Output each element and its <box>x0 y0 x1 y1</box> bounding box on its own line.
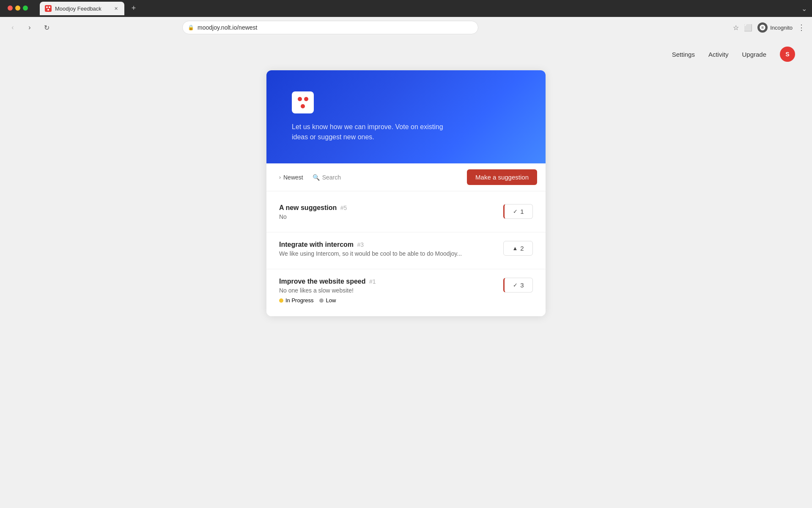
vote-count-3: 3 <box>520 282 524 289</box>
user-avatar[interactable]: S <box>780 47 795 62</box>
suggestions-list: A new suggestion #5 No ✓ 1 Integrate wit… <box>266 191 546 316</box>
search-button[interactable]: 🔍 Search <box>307 171 346 183</box>
make-suggestion-button[interactable]: Make a suggestion <box>467 169 537 185</box>
browser-menu-button[interactable]: ⌄ <box>800 3 809 14</box>
bookmark-icon[interactable]: ☆ <box>733 24 739 32</box>
inprogress-label: In Progress <box>285 297 313 304</box>
settings-link[interactable]: Settings <box>672 51 695 58</box>
url-text: moodjoy.nolt.io/newest <box>198 24 473 31</box>
suggestion-desc-1: No <box>279 213 495 220</box>
sort-button[interactable]: › Newest <box>275 171 307 183</box>
main-card: Let us know how we can improve. Vote on … <box>266 70 546 316</box>
top-nav: Settings Activity Upgrade S <box>0 38 812 70</box>
suggestion-num-2: #3 <box>357 241 364 248</box>
vote-button-3[interactable]: ✓ 3 <box>503 278 533 293</box>
upgrade-link[interactable]: Upgrade <box>742 51 766 58</box>
suggestions-toolbar: › Newest 🔍 Search Make a suggestion <box>266 163 546 191</box>
vote-button-1[interactable]: ✓ 1 <box>503 204 533 219</box>
vote-icon-3: ✓ <box>513 282 518 288</box>
suggestion-desc-3: No one likes a slow website! <box>279 287 495 294</box>
activity-link[interactable]: Activity <box>708 51 729 58</box>
logo-dot-3 <box>301 104 305 108</box>
browser-tab[interactable]: Moodjoy Feedback ✕ <box>40 2 124 15</box>
address-bar-actions: ☆ ⬜ Incognito ⋮ <box>733 22 805 33</box>
account-button[interactable]: Incognito <box>757 22 793 33</box>
low-label: Low <box>326 297 336 304</box>
close-window-button[interactable] <box>8 6 13 11</box>
address-bar: ‹ › ↻ 🔒 moodjoy.nolt.io/newest ☆ ⬜ Incog… <box>0 17 812 38</box>
search-icon: 🔍 <box>313 174 320 181</box>
tab-favicon <box>45 5 52 12</box>
suggestion-desc-2: We like using Intercom, so it would be c… <box>279 250 495 257</box>
sort-label: Newest <box>283 174 303 181</box>
minimize-window-button[interactable] <box>15 6 20 11</box>
low-dot <box>319 298 324 303</box>
logo-dot-2 <box>304 97 308 101</box>
reload-button[interactable]: ↻ <box>41 22 52 33</box>
suggestion-content-1: A new suggestion #5 No <box>279 204 495 224</box>
suggestion-item-1: A new suggestion #5 No ✓ 1 <box>266 196 546 232</box>
page-content: Settings Activity Upgrade S Let us know … <box>0 38 812 508</box>
hero-banner: Let us know how we can improve. Vote on … <box>266 70 546 163</box>
vote-icon-1: ✓ <box>513 208 518 215</box>
suggestion-num-3: #1 <box>369 278 376 285</box>
vote-button-2[interactable]: ▲ 2 <box>503 241 533 256</box>
suggestion-title-3[interactable]: Improve the website speed #1 <box>279 278 495 285</box>
new-tab-button[interactable]: + <box>128 2 140 14</box>
hero-logo <box>292 91 314 113</box>
suggestion-meta-3: In Progress Low <box>279 297 495 304</box>
inprogress-dot <box>279 298 283 303</box>
tab-bar: Moodjoy Feedback ✕ + ⌄ <box>0 0 812 17</box>
suggestion-content-3: Improve the website speed #1 No one like… <box>279 278 495 304</box>
hero-description: Let us know how we can improve. Vote on … <box>292 122 461 142</box>
suggestion-title-2[interactable]: Integrate with intercom #3 <box>279 241 495 248</box>
tab-title: Moodjoy Feedback <box>55 6 109 12</box>
browser-more-button[interactable]: ⋮ <box>798 23 805 32</box>
split-view-icon[interactable]: ⬜ <box>744 24 752 32</box>
suggestion-item-3: Improve the website speed #1 No one like… <box>266 269 546 312</box>
forward-button[interactable]: › <box>24 22 36 33</box>
fullscreen-window-button[interactable] <box>23 6 28 11</box>
ssl-lock-icon: 🔒 <box>188 25 194 30</box>
vote-count-1: 1 <box>520 208 524 215</box>
url-bar[interactable]: 🔒 moodjoy.nolt.io/newest <box>182 21 478 34</box>
browser-chrome: Moodjoy Feedback ✕ + ⌄ ‹ › ↻ 🔒 moodjoy.n… <box>0 0 812 38</box>
status-inprogress: In Progress <box>279 297 313 304</box>
status-low: Low <box>319 297 336 304</box>
back-button[interactable]: ‹ <box>7 22 19 33</box>
incognito-label: Incognito <box>770 25 793 31</box>
suggestion-num-1: #5 <box>340 204 347 211</box>
suggestion-item-2: Integrate with intercom #3 We like using… <box>266 232 546 269</box>
search-label: Search <box>322 174 341 181</box>
incognito-avatar <box>757 22 768 33</box>
vote-icon-2: ▲ <box>512 245 518 251</box>
tab-close-button[interactable]: ✕ <box>112 5 119 12</box>
traffic-lights <box>8 6 28 11</box>
sort-chevron-icon: › <box>279 174 281 180</box>
suggestion-content-2: Integrate with intercom #3 We like using… <box>279 241 495 260</box>
suggestion-title-1[interactable]: A new suggestion #5 <box>279 204 495 212</box>
logo-dot-1 <box>298 97 302 101</box>
vote-count-2: 2 <box>520 245 524 252</box>
